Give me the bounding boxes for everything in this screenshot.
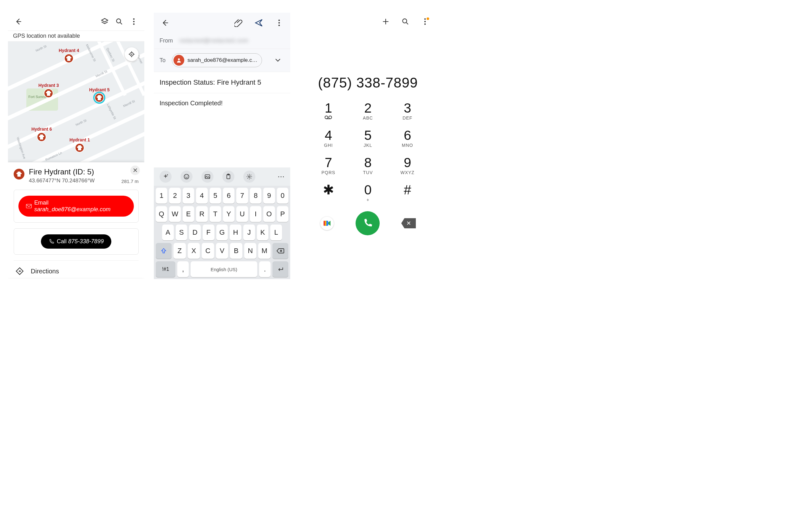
- key-x[interactable]: X: [188, 243, 200, 259]
- key-8[interactable]: 8: [250, 188, 261, 204]
- key-m[interactable]: M: [258, 243, 271, 259]
- key-c[interactable]: C: [202, 243, 214, 259]
- layers-icon[interactable]: [98, 15, 111, 28]
- from-row[interactable]: From redacted@redacted.com: [154, 33, 290, 49]
- overflow-menu-icon[interactable]: [418, 15, 432, 28]
- enter-key[interactable]: [272, 261, 288, 277]
- key-i[interactable]: I: [250, 206, 261, 222]
- locate-me-button[interactable]: [125, 47, 139, 61]
- back-button[interactable]: [158, 16, 172, 30]
- emoji-icon[interactable]: [180, 171, 193, 183]
- clipboard-icon[interactable]: [222, 171, 234, 183]
- image-icon[interactable]: [201, 171, 213, 183]
- backspace-key[interactable]: [272, 243, 288, 259]
- hydrant-marker-6[interactable]: Hydrant 6: [31, 127, 52, 142]
- key-9[interactable]: 9: [263, 188, 275, 204]
- svg-point-24: [329, 116, 332, 119]
- key-e[interactable]: E: [183, 206, 194, 222]
- key-r[interactable]: R: [196, 206, 207, 222]
- key-l[interactable]: L: [270, 225, 282, 240]
- sparkle-icon[interactable]: [160, 171, 172, 183]
- svg-rect-6: [26, 204, 31, 208]
- delete-digit-button[interactable]: ✕: [401, 218, 416, 228]
- key-n[interactable]: N: [244, 243, 257, 259]
- key-g[interactable]: G: [216, 225, 228, 240]
- from-value: redacted@redacted.com: [179, 37, 248, 44]
- dial-key-5[interactable]: 5JKL: [348, 129, 388, 148]
- directions-label: Directions: [31, 268, 59, 275]
- call-button[interactable]: [356, 211, 380, 235]
- dial-key-1[interactable]: 1: [309, 101, 348, 121]
- video-call-button[interactable]: [320, 216, 334, 230]
- key-p[interactable]: P: [277, 206, 288, 222]
- overflow-menu-icon[interactable]: [127, 15, 140, 28]
- key-5[interactable]: 5: [210, 188, 221, 204]
- dial-key-#[interactable]: #: [387, 183, 427, 202]
- svg-point-1: [133, 19, 135, 20]
- dial-key-9[interactable]: 9WXYZ: [387, 156, 427, 175]
- map-canvas[interactable]: Fort Sumner Park North St Melbourne St Q…: [8, 41, 144, 162]
- key-o[interactable]: O: [263, 206, 275, 222]
- more-icon[interactable]: ⋯: [277, 172, 284, 181]
- body-field[interactable]: Inspection Completed!: [154, 93, 290, 113]
- key-3[interactable]: 3: [183, 188, 194, 204]
- symbols-key[interactable]: !#1: [156, 261, 175, 277]
- key-s[interactable]: S: [176, 225, 188, 240]
- dial-key-2[interactable]: 2ABC: [348, 101, 388, 121]
- expand-recipients-icon[interactable]: [271, 54, 284, 67]
- street-label: North St: [35, 44, 47, 52]
- key-t[interactable]: T: [210, 206, 221, 222]
- key-f[interactable]: F: [203, 225, 214, 240]
- shift-key[interactable]: [156, 243, 172, 259]
- key-v[interactable]: V: [216, 243, 228, 259]
- attach-icon[interactable]: [232, 16, 245, 30]
- dial-key-7[interactable]: 7PQRS: [309, 156, 348, 175]
- overflow-menu-icon[interactable]: [272, 16, 286, 30]
- hydrant-marker-1[interactable]: Hydrant 1: [69, 137, 90, 152]
- gear-icon[interactable]: [243, 171, 255, 183]
- dial-key-✱[interactable]: ✱: [309, 183, 348, 202]
- dial-key-4[interactable]: 4GHI: [309, 129, 348, 148]
- comma-key[interactable]: ,: [177, 261, 189, 277]
- key-h[interactable]: H: [230, 225, 241, 240]
- back-button[interactable]: [12, 15, 25, 28]
- key-2[interactable]: 2: [169, 188, 180, 204]
- key-4[interactable]: 4: [196, 188, 207, 204]
- map-topbar: [8, 13, 144, 30]
- hydrant-marker-5[interactable]: Hydrant 5: [89, 87, 110, 102]
- space-key[interactable]: English (US): [191, 261, 257, 277]
- to-row[interactable]: To sarah_doe876@example.c…: [154, 49, 290, 72]
- key-0[interactable]: 0: [277, 188, 288, 204]
- search-icon[interactable]: [112, 15, 126, 28]
- call-button[interactable]: Call 875-338-7899: [41, 234, 111, 249]
- key-z[interactable]: Z: [173, 243, 186, 259]
- hydrant-marker-4[interactable]: Hydrant 4: [59, 48, 79, 63]
- dial-key-8[interactable]: 8TUV: [348, 156, 388, 175]
- send-icon[interactable]: [252, 16, 266, 30]
- dial-key-3[interactable]: 3DEF: [387, 101, 427, 121]
- key-d[interactable]: D: [189, 225, 201, 240]
- key-1[interactable]: 1: [156, 188, 167, 204]
- key-y[interactable]: Y: [223, 206, 234, 222]
- directions-row[interactable]: Directions: [14, 260, 139, 278]
- key-6[interactable]: 6: [223, 188, 234, 204]
- key-b[interactable]: B: [230, 243, 242, 259]
- dial-key-0[interactable]: 0+: [348, 183, 388, 202]
- hydrant-label: Hydrant 4: [59, 48, 79, 53]
- close-card-button[interactable]: ✕: [130, 166, 140, 175]
- subject-field[interactable]: Inspection Status: Fire Hydrant 5: [154, 72, 290, 93]
- key-w[interactable]: W: [169, 206, 180, 222]
- hydrant-marker-3[interactable]: Hydrant 3: [38, 83, 59, 98]
- key-a[interactable]: A: [162, 225, 174, 240]
- key-7[interactable]: 7: [236, 188, 248, 204]
- email-button[interactable]: Email sarah_doe876@example.com: [19, 196, 134, 216]
- key-q[interactable]: Q: [156, 206, 167, 222]
- search-icon[interactable]: [399, 15, 412, 28]
- period-key[interactable]: .: [259, 261, 271, 277]
- key-u[interactable]: U: [236, 206, 248, 222]
- recipient-chip[interactable]: sarah_doe876@example.c…: [172, 53, 262, 67]
- add-icon[interactable]: [379, 15, 392, 28]
- key-k[interactable]: K: [257, 225, 269, 240]
- dial-key-6[interactable]: 6MNO: [387, 129, 427, 148]
- key-j[interactable]: J: [243, 225, 255, 240]
